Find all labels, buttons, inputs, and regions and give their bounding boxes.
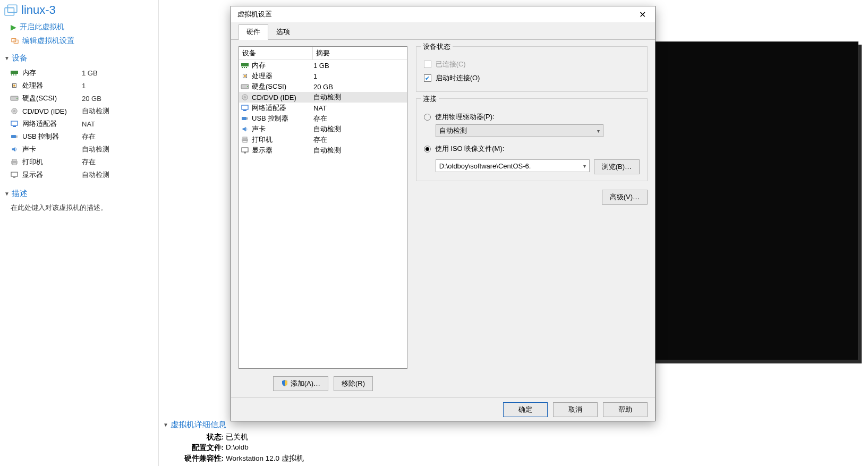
- device-value: 20 GB: [82, 95, 101, 103]
- physical-drive-radio-row[interactable]: 使用物理驱动器(P):: [424, 109, 640, 124]
- devices-section-header[interactable]: ▼ 设备: [0, 48, 158, 65]
- tab-options[interactable]: 选项: [268, 24, 298, 39]
- vm-settings-dialog: 虚拟机设置 ✕ 硬件 选项 设备 摘要 内存1 GB处理器1硬盘(SCSI)20…: [231, 6, 656, 421]
- advanced-button[interactable]: 高级(V)…: [602, 190, 648, 205]
- vm-details-title: 虚拟机详细信息: [171, 420, 226, 430]
- device-row-monitor[interactable]: 显示器自动检测: [10, 168, 158, 181]
- cpu-icon: [10, 81, 19, 90]
- table-row-usb[interactable]: USB 控制器存在: [239, 113, 407, 124]
- cancel-button[interactable]: 取消: [553, 402, 598, 417]
- devices-header-label: 设备: [12, 53, 28, 63]
- device-row-disk[interactable]: 硬盘(SCSI)20 GB: [10, 92, 158, 105]
- close-button[interactable]: ✕: [633, 8, 652, 21]
- svg-rect-40: [242, 148, 248, 152]
- iso-path-value: D:\oldboy\software\CentOS-6.: [439, 162, 531, 170]
- help-label: 帮助: [618, 405, 632, 414]
- device-name: USB 控制器: [22, 132, 82, 141]
- device-value: 自动检测: [82, 145, 109, 154]
- edit-vm-settings-action[interactable]: 编辑虚拟机设置: [0, 34, 158, 48]
- add-device-button[interactable]: 添加(A)…: [273, 376, 328, 391]
- devices-list: 内存1 GB处理器1硬盘(SCSI)20 GBCD/DVD (IDE)自动检测网…: [0, 65, 158, 183]
- ok-button[interactable]: 确定: [503, 402, 548, 417]
- start-vm-action[interactable]: ▶ 开启此虚拟机: [0, 20, 158, 34]
- device-row-sound[interactable]: 声卡自动检测: [10, 143, 158, 156]
- cancel-label: 取消: [568, 405, 582, 414]
- advanced-row: 高级(V)…: [416, 188, 648, 205]
- connection-group: 连接 使用物理驱动器(P): 自动检测 ▾ 使用 ISO 映像文件(M):: [416, 98, 648, 181]
- device-row-memory[interactable]: 内存1 GB: [10, 66, 158, 79]
- device-name: 显示器: [22, 170, 82, 180]
- cpu-icon: [239, 72, 251, 80]
- svg-rect-39: [243, 141, 247, 142]
- device-name: 硬盘(SCSI): [22, 94, 82, 103]
- connected-label: 已连接(C): [436, 60, 466, 69]
- connect-on-start-row[interactable]: ✔ 启动时连接(O): [424, 71, 640, 85]
- table-row-memory[interactable]: 内存1 GB: [239, 60, 407, 71]
- vm-name: linux-3: [21, 3, 56, 17]
- net-icon: [239, 104, 251, 112]
- remove-button-label: 移除(R): [342, 379, 365, 388]
- caret-down-icon: ▼: [163, 422, 168, 428]
- connect-on-start-checkbox[interactable]: ✔: [424, 74, 431, 82]
- table-row-monitor[interactable]: 显示器自动检测: [239, 145, 407, 156]
- device-name: 内存: [22, 68, 82, 78]
- iso-file-radio-row[interactable]: 使用 ISO 映像文件(M):: [424, 141, 640, 156]
- svg-rect-38: [243, 137, 247, 139]
- device-table-header: 设备 摘要: [239, 47, 407, 60]
- description-section-header[interactable]: ▼ 描述: [0, 183, 158, 201]
- svg-rect-6: [13, 74, 14, 75]
- memory-icon: [239, 62, 251, 69]
- device-name: 处理器: [251, 71, 312, 81]
- device-name: 内存: [251, 61, 312, 70]
- description-placeholder[interactable]: 在此处键入对该虚拟机的描述。: [0, 201, 158, 213]
- dialog-titlebar[interactable]: 虚拟机设置 ✕: [231, 6, 655, 22]
- usb-icon: [10, 132, 19, 141]
- device-summary: 自动检测: [312, 146, 407, 155]
- device-name: 声卡: [251, 124, 312, 134]
- physical-drive-radio[interactable]: [424, 114, 431, 121]
- description-header-label: 描述: [12, 189, 28, 199]
- iso-file-radio[interactable]: [424, 146, 431, 152]
- device-value: 自动检测: [82, 106, 109, 116]
- svg-rect-5: [11, 74, 12, 75]
- device-row-cpu[interactable]: 处理器1: [10, 79, 158, 92]
- device-buttons: 添加(A)… 移除(R): [239, 369, 407, 391]
- memory-icon: [10, 69, 19, 77]
- table-row-cd[interactable]: CD/DVD (IDE)自动检测: [239, 92, 407, 103]
- device-row-usb[interactable]: USB 控制器存在: [10, 130, 158, 143]
- svg-rect-17: [16, 135, 18, 138]
- caret-down-icon: ▼: [4, 191, 10, 197]
- cd-icon: [239, 94, 251, 101]
- svg-point-11: [16, 98, 18, 99]
- device-value: 存在: [82, 132, 96, 141]
- iso-path-combo[interactable]: D:\oldboy\software\CentOS-6. ▾: [436, 159, 590, 172]
- svg-rect-34: [243, 110, 246, 111]
- help-button[interactable]: 帮助: [603, 402, 648, 417]
- iso-file-label: 使用 ISO 映像文件(M):: [435, 144, 505, 154]
- device-row-printer[interactable]: 打印机存在: [10, 156, 158, 168]
- table-row-net[interactable]: 网络适配器NAT: [239, 103, 407, 113]
- table-row-disk[interactable]: 硬盘(SCSI)20 GB: [239, 81, 407, 92]
- vm-details-header[interactable]: ▼ 虚拟机详细信息: [163, 420, 397, 432]
- device-value: NAT: [82, 120, 95, 128]
- chevron-down-icon: ▾: [597, 128, 600, 134]
- svg-rect-21: [11, 172, 18, 176]
- browse-button[interactable]: 浏览(B)…: [594, 159, 640, 174]
- printer-icon: [10, 158, 19, 166]
- device-row-cd[interactable]: CD/DVD (IDE)自动检测: [10, 105, 158, 117]
- vm-icon: [4, 4, 18, 16]
- table-row-printer[interactable]: 打印机存在: [239, 134, 407, 145]
- device-name: 处理器: [22, 81, 82, 90]
- state-value: 已关机: [226, 433, 248, 442]
- table-row-sound[interactable]: 声卡自动检测: [239, 124, 407, 134]
- device-table[interactable]: 设备 摘要 内存1 GB处理器1硬盘(SCSI)20 GBCD/DVD (IDE…: [239, 46, 407, 369]
- device-row-net[interactable]: 网络适配器NAT: [10, 117, 158, 130]
- svg-rect-19: [12, 159, 16, 161]
- svg-rect-23: [241, 63, 249, 66]
- table-row-cpu[interactable]: 处理器1: [239, 71, 407, 81]
- remove-device-button[interactable]: 移除(R): [334, 376, 373, 391]
- tab-hardware[interactable]: 硬件: [239, 24, 268, 40]
- shield-icon: [281, 379, 288, 388]
- device-value: 1 GB: [82, 69, 98, 77]
- device-name: 打印机: [251, 135, 312, 145]
